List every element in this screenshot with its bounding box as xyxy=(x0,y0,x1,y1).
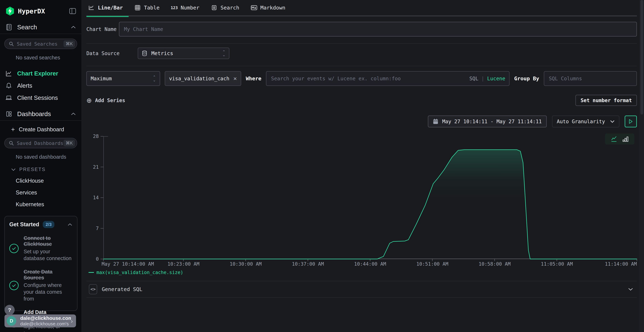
sidebar-item-client-sessions[interactable]: Client Sessions xyxy=(0,92,82,104)
tab-markdown[interactable]: Markdown xyxy=(245,0,291,16)
where-label: Where xyxy=(246,76,261,82)
chevron-right-icon: › xyxy=(71,318,73,324)
chart-display-toggle[interactable] xyxy=(605,134,634,144)
generated-sql-section[interactable]: <> Generated SQL xyxy=(86,281,637,297)
list-document-icon xyxy=(211,4,217,11)
run-query-button[interactable] xyxy=(625,116,637,127)
chevron-down-icon xyxy=(610,120,615,123)
check-circle-icon xyxy=(9,244,18,253)
code-icon: <> xyxy=(89,284,97,294)
tab-table[interactable]: Table xyxy=(128,0,165,16)
chart-type-tabs: Line/Bar Table 123 Number Search xyxy=(86,0,637,16)
user-email: dale@clickhouse.com xyxy=(20,315,71,321)
chevron-down-icon xyxy=(628,288,633,291)
metric-tag[interactable]: visa_validation_cach × xyxy=(165,71,241,86)
no-saved-searches-text: No saved searches xyxy=(0,49,82,61)
group-by-input[interactable] xyxy=(544,71,637,86)
plot-svg xyxy=(104,136,637,259)
series-editor-row: Maximum ⌃⌄ visa_validation_cach × Where … xyxy=(86,71,637,86)
hyperdx-logo-icon xyxy=(5,6,15,16)
add-series-button[interactable]: ⊕ Add Series xyxy=(86,97,125,104)
search-section-header[interactable]: Search xyxy=(0,21,82,34)
add-series-label: Add Series xyxy=(95,98,125,104)
preset-kubernetes[interactable]: Kubernetes xyxy=(0,196,82,208)
main-content: Line/Bar Table 123 Number Search xyxy=(82,0,644,332)
line-chart-icon xyxy=(88,4,95,11)
search-icon xyxy=(8,41,14,46)
tab-search[interactable]: Search xyxy=(205,0,245,16)
lucene-mode-button[interactable]: Lucene xyxy=(487,76,505,82)
x-tick-label: 10:51:00 AM xyxy=(416,261,448,267)
chart-name-row: Chart Name xyxy=(86,22,637,36)
data-source-row: Data Source Metrics ⌃⌄ xyxy=(86,48,637,59)
chevron-down-icon xyxy=(11,168,16,171)
select-chevrons-icon: ⌃⌄ xyxy=(153,75,156,82)
data-source-value: Metrics xyxy=(151,50,222,56)
legend-color-dash xyxy=(88,272,94,273)
chart-name-label: Chart Name xyxy=(86,26,119,32)
granularity-select[interactable]: Auto Granularity xyxy=(552,116,619,127)
close-icon[interactable]: × xyxy=(233,75,237,82)
aggregation-value: Maximum xyxy=(91,76,153,82)
markdown-icon xyxy=(251,4,257,11)
sidebar: HyperDX Search Saved Searches ⌘K No save… xyxy=(0,0,82,332)
get-started-item-desc: Configure where your data comes from xyxy=(24,282,72,302)
saved-dashboards-placeholder: Saved Dashboards xyxy=(17,140,64,146)
generated-sql-label: Generated SQL xyxy=(102,286,628,292)
bar-view-icon[interactable] xyxy=(622,136,629,142)
line-chart-icon xyxy=(5,70,12,77)
chart-area: 07142128 May 27 10:14:00 AM10:23:00 AM10… xyxy=(86,129,637,267)
sql-mode-button[interactable]: SQL xyxy=(470,76,478,82)
legend-label: max(visa_validation_cache.size) xyxy=(96,270,183,275)
presets-header[interactable]: PRESETS xyxy=(0,160,82,172)
tab-line-bar[interactable]: Line/Bar xyxy=(86,0,128,16)
create-dashboard-label: Create Dashboard xyxy=(19,126,64,133)
chart-legend: max(visa_validation_cache.size) xyxy=(86,270,637,275)
chevron-up-icon[interactable] xyxy=(71,26,76,29)
circle-plus-icon: ⊕ xyxy=(86,97,92,104)
data-source-select[interactable]: Metrics ⌃⌄ xyxy=(138,48,229,59)
granularity-value: Auto Granularity xyxy=(557,118,605,124)
help-button[interactable]: ? xyxy=(4,305,15,315)
dashboards-section-header[interactable]: Dashboards xyxy=(0,108,82,120)
sidebar-item-label: Alerts xyxy=(17,82,32,89)
user-menu[interactable]: D dale@clickhouse.com dale@clickhouse.co… xyxy=(4,314,76,327)
create-dashboard-button[interactable]: + Create Dashboard xyxy=(0,121,82,133)
group-by-label: Group By xyxy=(514,76,539,82)
date-range-picker[interactable]: May 27 10:14:11 - May 27 11:14:11 xyxy=(428,116,547,127)
get-started-card: Get Started 2/3 Connect to ClickHouse Se… xyxy=(4,216,78,311)
x-tick-label: 11:14:00 AM xyxy=(605,261,637,267)
chevron-up-icon[interactable] xyxy=(71,112,76,116)
kbd-shortcut: ⌘K xyxy=(64,40,75,47)
preset-clickhouse[interactable]: ClickHouse xyxy=(0,172,82,184)
logo-row: HyperDX xyxy=(0,0,82,16)
set-number-format-button[interactable]: Set number format xyxy=(576,95,637,106)
x-tick-label: May 27 10:14:00 AM xyxy=(102,261,154,267)
time-controls-row: May 27 10:14:11 - May 27 11:14:11 Auto G… xyxy=(86,116,637,127)
number-123-icon: 123 xyxy=(171,4,178,11)
collapse-sidebar-icon[interactable] xyxy=(68,7,77,15)
chart-name-input[interactable] xyxy=(119,22,637,36)
sidebar-item-label: Client Sessions xyxy=(17,94,58,101)
aggregation-select[interactable]: Maximum ⌃⌄ xyxy=(86,71,160,86)
saved-dashboards-input[interactable]: Saved Dashboards ⌘K xyxy=(4,138,77,148)
tab-number[interactable]: 123 Number xyxy=(165,0,205,16)
y-tick-label: 14 xyxy=(93,195,99,200)
table-grid-icon xyxy=(134,4,141,11)
database-icon xyxy=(142,50,148,56)
y-tick-label: 28 xyxy=(93,134,99,139)
get-started-item-connect[interactable]: Connect to ClickHouse Set up your databa… xyxy=(9,235,72,262)
line-view-icon[interactable] xyxy=(610,136,618,142)
select-chevrons-icon: ⌃⌄ xyxy=(222,50,226,56)
divider xyxy=(86,297,637,298)
sidebar-item-alerts[interactable]: Alerts xyxy=(0,80,82,92)
preset-services[interactable]: Services xyxy=(0,184,82,196)
get-started-item-datasources[interactable]: Create Data Sources Configure where your… xyxy=(9,269,72,302)
saved-searches-input[interactable]: Saved Searches ⌘K xyxy=(4,39,77,49)
scrollbar[interactable] xyxy=(639,0,644,332)
get-started-item-desc: Set up your database connection xyxy=(24,248,72,262)
sidebar-item-chart-explorer[interactable]: Chart Explorer xyxy=(0,68,82,80)
chevron-up-icon[interactable] xyxy=(68,223,72,226)
divider xyxy=(86,43,637,44)
laptop-icon xyxy=(5,94,12,101)
